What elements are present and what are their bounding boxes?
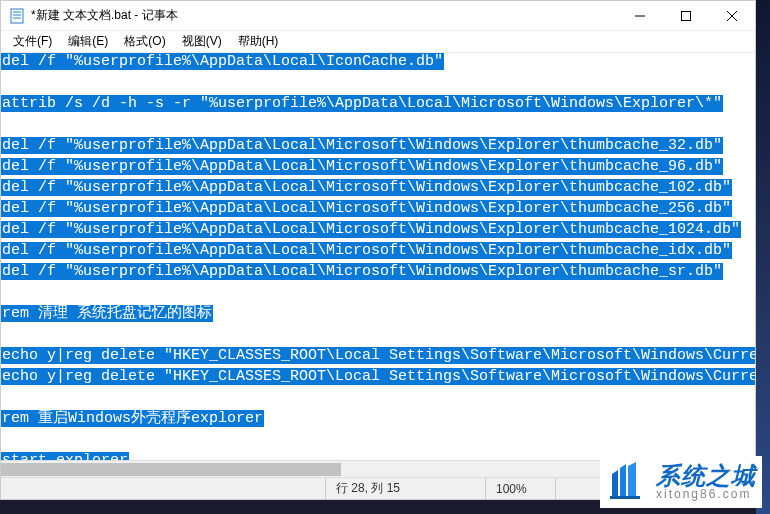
selected-text[interactable] — [1, 116, 12, 133]
menu-help[interactable]: 帮助(H) — [230, 31, 287, 52]
selected-text[interactable]: rem 清理 系统托盘记忆的图标 — [1, 305, 213, 322]
menu-file[interactable]: 文件(F) — [5, 31, 60, 52]
menubar: 文件(F) 编辑(E) 格式(O) 视图(V) 帮助(H) — [1, 31, 755, 53]
selected-text[interactable]: del /f "%userprofile%\AppData\Local\Icon… — [1, 53, 444, 70]
selected-text[interactable] — [1, 74, 12, 91]
editor-line[interactable]: del /f "%userprofile%\AppData\Local\Micr… — [1, 261, 755, 282]
window-title: *新建 文本文档.bat - 记事本 — [31, 7, 617, 24]
editor-line[interactable]: del /f "%userprofile%\AppData\Local\Micr… — [1, 240, 755, 261]
notepad-icon — [9, 8, 25, 24]
editor-line[interactable]: del /f "%userprofile%\AppData\Local\Micr… — [1, 177, 755, 198]
selected-text[interactable]: rem 重启Windows外壳程序explorer — [1, 410, 264, 427]
watermark-logo-icon — [606, 460, 650, 504]
close-button[interactable] — [709, 1, 755, 30]
titlebar: *新建 文本文档.bat - 记事本 — [1, 1, 755, 31]
menu-view[interactable]: 视图(V) — [174, 31, 230, 52]
editor-line[interactable] — [1, 324, 755, 345]
selected-text[interactable]: del /f "%userprofile%\AppData\Local\Micr… — [1, 179, 732, 196]
selected-text[interactable]: del /f "%userprofile%\AppData\Local\Micr… — [1, 242, 732, 259]
editor-line[interactable]: rem 重启Windows外壳程序explorer — [1, 408, 755, 429]
selected-text[interactable]: attrib /s /d -h -s -r "%userprofile%\App… — [1, 95, 723, 112]
selected-text[interactable] — [1, 326, 12, 343]
selected-text[interactable] — [1, 431, 12, 448]
watermark: 系统之城 xitong86.com — [600, 456, 762, 508]
selected-text[interactable] — [1, 284, 12, 301]
editor-line[interactable]: del /f "%userprofile%\AppData\Local\Micr… — [1, 156, 755, 177]
selected-text[interactable]: del /f "%userprofile%\AppData\Local\Micr… — [1, 158, 723, 175]
editor-line[interactable]: attrib /s /d -h -s -r "%userprofile%\App… — [1, 93, 755, 114]
svg-rect-0 — [11, 9, 23, 23]
editor-line[interactable]: del /f "%userprofile%\AppData\Local\Micr… — [1, 219, 755, 240]
editor-line[interactable] — [1, 429, 755, 450]
maximize-button[interactable] — [663, 1, 709, 30]
text-editor[interactable]: del /f "%userprofile%\AppData\Local\Icon… — [1, 53, 755, 477]
selected-text[interactable]: echo y|reg delete "HKEY_CLASSES_ROOT\Loc… — [1, 368, 755, 385]
selected-text[interactable]: del /f "%userprofile%\AppData\Local\Micr… — [1, 263, 723, 280]
editor-line[interactable]: del /f "%userprofile%\AppData\Local\Icon… — [1, 53, 755, 72]
minimize-button[interactable] — [617, 1, 663, 30]
menu-format[interactable]: 格式(O) — [116, 31, 173, 52]
watermark-text: 系统之城 xitong86.com — [656, 463, 756, 501]
scrollbar-thumb[interactable] — [1, 463, 341, 476]
selected-text[interactable]: echo y|reg delete "HKEY_CLASSES_ROOT\Loc… — [1, 347, 755, 364]
editor-line[interactable]: del /f "%userprofile%\AppData\Local\Micr… — [1, 198, 755, 219]
selected-text[interactable]: del /f "%userprofile%\AppData\Local\Micr… — [1, 221, 741, 238]
editor-line[interactable]: rem 清理 系统托盘记忆的图标 — [1, 303, 755, 324]
selected-text[interactable]: del /f "%userprofile%\AppData\Local\Micr… — [1, 137, 723, 154]
status-cursor-position: 行 28, 列 15 — [325, 478, 485, 499]
editor-line[interactable] — [1, 282, 755, 303]
editor-content[interactable]: del /f "%userprofile%\AppData\Local\Icon… — [1, 53, 755, 471]
window-controls — [617, 1, 755, 30]
status-zoom: 100% — [485, 478, 555, 499]
editor-line[interactable] — [1, 387, 755, 408]
editor-line[interactable]: del /f "%userprofile%\AppData\Local\Micr… — [1, 135, 755, 156]
selected-text[interactable] — [1, 389, 12, 406]
svg-rect-5 — [682, 11, 691, 20]
editor-line[interactable]: echo y|reg delete "HKEY_CLASSES_ROOT\Loc… — [1, 366, 755, 387]
desktop-background-strip — [756, 0, 770, 514]
menu-edit[interactable]: 编辑(E) — [60, 31, 116, 52]
svg-rect-8 — [610, 496, 640, 499]
watermark-url: xitong86.com — [656, 488, 756, 501]
editor-line[interactable] — [1, 72, 755, 93]
notepad-window: *新建 文本文档.bat - 记事本 文件(F) 编辑(E) 格式(O) 视图(… — [0, 0, 756, 500]
watermark-title: 系统之城 — [656, 463, 756, 488]
selected-text[interactable]: del /f "%userprofile%\AppData\Local\Micr… — [1, 200, 732, 217]
editor-line[interactable]: echo y|reg delete "HKEY_CLASSES_ROOT\Loc… — [1, 345, 755, 366]
editor-line[interactable] — [1, 114, 755, 135]
